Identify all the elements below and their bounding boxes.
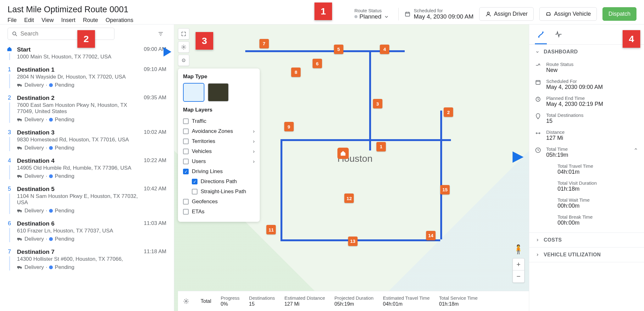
stop-item[interactable]: 2 Destination 2 7600 East Sam Houston Pk… <box>4 91 170 126</box>
map-pin-12[interactable]: 12 <box>344 194 354 203</box>
map-pin-4[interactable]: 4 <box>380 45 389 54</box>
layer-straight-lines-path[interactable]: Straight-Lines Path <box>183 187 255 197</box>
stat-label: Progress <box>221 295 240 301</box>
stat-total-service-time: Total Service Time01h:18m <box>439 295 478 307</box>
layer-etas[interactable]: ETAs <box>183 207 255 217</box>
menu-view[interactable]: View <box>42 17 54 24</box>
dashboard-row: Total Travel Time04h:01m <box>535 161 638 178</box>
settings-button[interactable] <box>178 41 189 53</box>
layer-users[interactable]: Users› <box>183 156 255 166</box>
stops-list[interactable]: Start 1000 Main St, Houston, TX 77002, U… <box>0 43 174 311</box>
search-box[interactable] <box>8 28 114 40</box>
map-pin-1[interactable]: 1 <box>376 142 386 151</box>
layer-avoidance-zones[interactable]: Avoidance Zones› <box>183 126 255 136</box>
map-pin-6[interactable]: 6 <box>313 59 322 68</box>
map-pin-9[interactable]: 9 <box>284 122 294 131</box>
costs-header[interactable]: COSTS <box>529 233 644 247</box>
dash-row-label: Distance <box>546 129 638 135</box>
dist-icon <box>535 130 541 136</box>
dash-row-value: 00h:00m <box>558 203 638 209</box>
stop-item[interactable]: 7 Destination 7 14300 Hollister St #600,… <box>4 245 170 274</box>
search-input[interactable] <box>20 30 110 37</box>
layer-territories[interactable]: Territories› <box>183 136 255 146</box>
stops-sidebar: Start 1000 Main St, Houston, TX 77002, U… <box>0 25 174 311</box>
svg-point-12 <box>18 149 19 150</box>
assign-vehicle-label: Assign Vehicle <box>554 11 591 17</box>
layer-label: Directions Path <box>201 178 237 185</box>
fullscreen-button[interactable] <box>178 28 189 40</box>
dashboard-heading: DASHBOARD <box>544 49 578 55</box>
map-type-heading: Map Type <box>183 74 255 80</box>
car-icon <box>545 11 552 17</box>
pegman-icon[interactable]: 🧍 <box>513 244 524 254</box>
layer-directions-path[interactable]: Directions Path <box>183 177 255 187</box>
stop-item[interactable]: 5 Destination 5 1104 N Sam Houston Pkwy … <box>4 183 170 217</box>
map[interactable]: Houston 1234567891112131415 Map Type Map… <box>174 25 529 311</box>
depot-marker[interactable] <box>337 148 349 159</box>
assign-driver-button[interactable]: Assign Driver <box>479 7 534 21</box>
dash-row-label: Scheduled For <box>546 79 638 84</box>
svg-rect-8 <box>17 118 20 120</box>
map-pin-5[interactable]: 5 <box>334 45 343 54</box>
layer-vehicles[interactable]: Vehicles› <box>183 146 255 156</box>
stop-item[interactable]: 3 Destination 3 9830 Homestead Rd, Houst… <box>4 126 170 154</box>
title-block: Last Mile Optimized Route 0001 File Edit… <box>8 5 133 24</box>
map-pin-3[interactable]: 3 <box>373 99 382 108</box>
map-pin-13[interactable]: 13 <box>348 237 358 246</box>
zoom-in-button[interactable]: + <box>513 259 524 270</box>
expand-icon[interactable] <box>633 146 638 153</box>
map-pin-2[interactable]: 2 <box>444 107 453 117</box>
assign-vehicle-button[interactable]: Assign Vehicle <box>539 7 597 21</box>
map-type-satellite[interactable] <box>208 83 229 102</box>
stat-label: Estimated Travel Time <box>383 295 430 301</box>
route-status-block[interactable]: Route Status Planned <box>354 8 393 20</box>
menu-edit[interactable]: Edit <box>24 17 34 24</box>
costs-heading: COSTS <box>544 237 562 243</box>
route-title: Last Mile Optimized Route 0001 <box>8 5 133 14</box>
truck-icon <box>17 265 23 270</box>
stop-item[interactable]: 4 Destination 4 14905 Old Humble Rd, Hum… <box>4 154 170 183</box>
stop-item[interactable]: 1 Destination 1 2804 N Wayside Dr, Houst… <box>4 63 170 91</box>
menu-file[interactable]: File <box>8 17 17 24</box>
vehicle-header[interactable]: VEHICLE UTILIZATION <box>529 248 644 262</box>
stop-meta: Delivery · Pending <box>17 117 140 123</box>
layer-traffic[interactable]: Traffic <box>183 116 255 126</box>
checkbox-icon <box>192 179 197 184</box>
menu-insert[interactable]: Insert <box>61 17 75 24</box>
person-icon <box>485 11 491 17</box>
tab-activity[interactable] <box>552 28 564 44</box>
locate-button[interactable] <box>178 55 189 66</box>
map-type-roadmap[interactable] <box>183 83 204 102</box>
filter-icon[interactable] <box>158 31 164 37</box>
layer-geofences[interactable]: Geofences <box>183 197 255 207</box>
menu-route[interactable]: Route <box>83 17 98 24</box>
svg-point-6 <box>18 86 19 87</box>
map-pin-14[interactable]: 14 <box>426 231 436 240</box>
map-pin-8[interactable]: 8 <box>291 68 301 77</box>
menu-operations[interactable]: Operations <box>106 17 133 24</box>
vehicle-heading: VEHICLE UTILIZATION <box>544 252 601 258</box>
map-pin-15[interactable]: 15 <box>440 185 450 194</box>
scheduled-label: Scheduled for <box>414 8 474 13</box>
dispatch-button[interactable]: Dispatch <box>602 7 636 21</box>
svg-point-16 <box>20 177 21 178</box>
zoom-out-button[interactable]: − <box>513 270 524 282</box>
stop-address: 14300 Hollister St #600, Houston, TX 770… <box>17 256 140 262</box>
svg-point-24 <box>18 268 19 269</box>
route-status-value: Planned <box>354 13 390 20</box>
checkbox-icon <box>183 128 189 134</box>
pin-icon <box>535 113 541 119</box>
stop-item[interactable]: 6 Destination 6 610 Frazer Ln, Houston, … <box>4 217 170 245</box>
map-pin-11[interactable]: 11 <box>266 225 276 234</box>
map-pin-7[interactable]: 7 <box>259 39 269 48</box>
stop-title: Destination 5 <box>17 186 140 193</box>
arrow-icon <box>142 44 173 60</box>
tab-route-info[interactable] <box>535 28 547 44</box>
stop-time: 09:10 AM <box>144 66 166 88</box>
arrow-icon <box>487 148 525 166</box>
stop-meta: Delivery · Pending <box>17 82 140 88</box>
layer-label: Geofences <box>192 199 218 205</box>
layer-driving-lines[interactable]: Driving Lines <box>183 166 255 177</box>
stats-settings-button[interactable] <box>181 296 191 306</box>
assign-driver-label: Assign Driver <box>494 11 528 17</box>
